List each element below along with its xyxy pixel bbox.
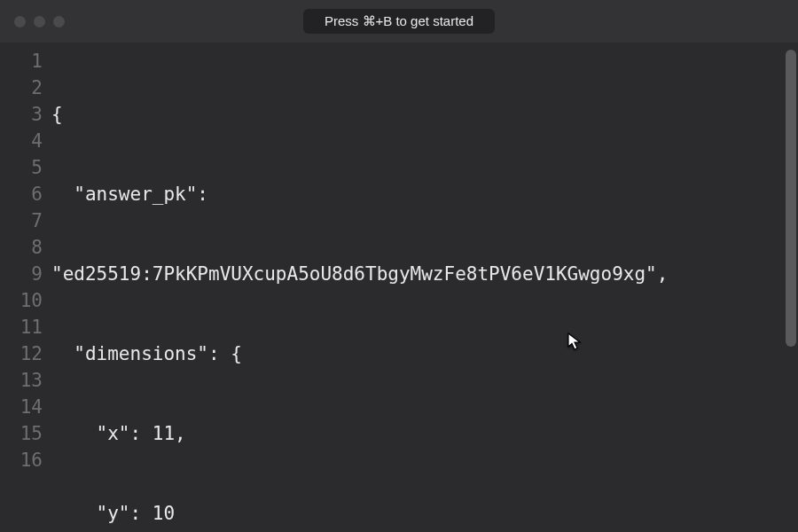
line-number: 3 [0, 101, 51, 128]
line-number: 4 [0, 128, 51, 154]
line-number-gutter: 1 2 3 4 5 6 7 8 9 10 11 12 13 14 15 16 [0, 43, 51, 532]
code-line: "dimensions": { [51, 340, 798, 367]
code-line: "x": 11, [51, 420, 798, 447]
line-number: 7 [0, 207, 51, 234]
line-number: 8 [0, 234, 51, 261]
line-number: 2 [0, 74, 51, 101]
line-number: 16 [0, 447, 51, 473]
line-number: 12 [0, 340, 51, 367]
scrollbar-thumb[interactable] [786, 50, 796, 347]
maximize-button[interactable] [53, 16, 65, 27]
minimize-button[interactable] [34, 16, 45, 27]
line-number: 15 [0, 420, 51, 447]
code-line: "y": 10 [51, 500, 798, 527]
line-number: 9 [0, 261, 51, 287]
line-number: 14 [0, 394, 51, 420]
titlebar: Press ⌘+B to get started [0, 0, 798, 43]
line-number: 6 [0, 181, 51, 207]
editor: 1 2 3 4 5 6 7 8 9 10 11 12 13 14 15 16 {… [0, 43, 798, 532]
line-number: 13 [0, 367, 51, 394]
hint-banner[interactable]: Press ⌘+B to get started [303, 9, 495, 34]
line-number: 10 [0, 287, 51, 314]
code-line: "answer_pk": [51, 181, 798, 207]
code-content[interactable]: { "answer_pk": "ed25519:7PkKPmVUXcupA5oU… [51, 43, 798, 532]
editor-body[interactable]: 1 2 3 4 5 6 7 8 9 10 11 12 13 14 15 16 {… [0, 43, 798, 532]
line-number: 1 [0, 48, 51, 74]
scrollbar-track[interactable] [786, 50, 796, 525]
traffic-lights [14, 16, 65, 27]
code-line: { [51, 101, 798, 128]
code-line: "ed25519:7PkKPmVUXcupA5oU8d6TbgyMwzFe8tP… [51, 261, 798, 287]
line-number: 5 [0, 154, 51, 181]
close-button[interactable] [14, 16, 26, 27]
line-number: 11 [0, 314, 51, 340]
